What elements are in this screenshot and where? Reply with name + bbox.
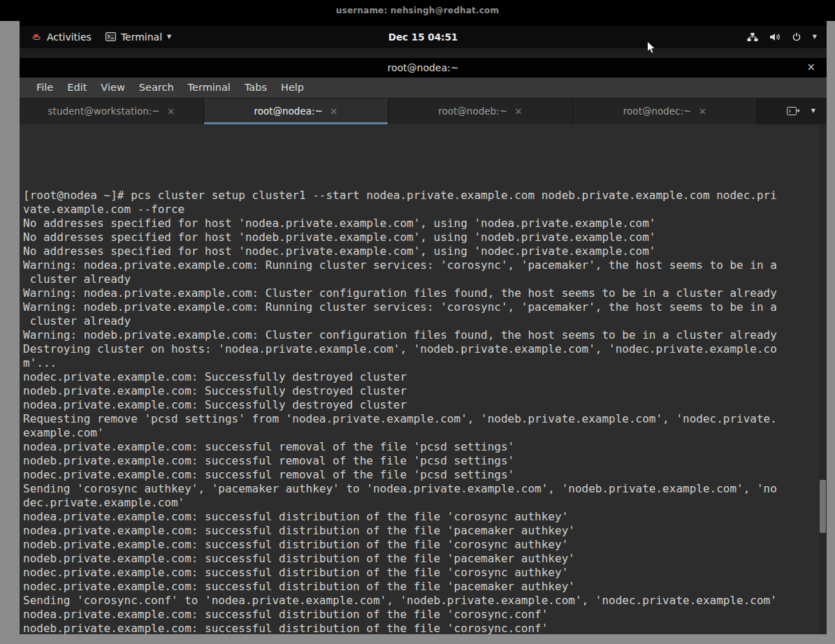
tab-root-nodea[interactable]: root@nodea:~ × — [204, 98, 389, 124]
menu-help[interactable]: Help — [274, 82, 311, 93]
clock[interactable]: Dec 15 04:51 — [389, 31, 458, 43]
terminal-selected-line: Error: Errors have occurred, therefore p… — [23, 152, 827, 161]
window-titlebar[interactable]: root@nodea:~ × — [20, 58, 827, 78]
terminal-line: nodea.private.example.com: successful di… — [23, 608, 827, 622]
terminal-line: vate.example.com --force — [23, 203, 827, 217]
menu-tabs[interactable]: Tabs — [238, 82, 274, 93]
app-menu-label: Terminal — [121, 31, 162, 43]
activities-label: Activities — [47, 31, 92, 43]
vm-screen: Activities Terminal ▼ Dec 15 04:51 — [20, 21, 827, 634]
tab-strip: student@workstation:~ × root@nodea:~ × r… — [20, 98, 827, 124]
new-tab-icon[interactable] — [787, 106, 800, 116]
volume-icon[interactable] — [769, 32, 780, 42]
terminal-scrollbar-thumb[interactable] — [820, 480, 826, 533]
terminal-line: Warning: nodeb.private.example.com: Clus… — [23, 328, 827, 342]
gnome-top-bar: Activities Terminal ▼ Dec 15 04:51 — [20, 26, 827, 48]
terminal-line: nodec.private.example.com: successful di… — [23, 580, 827, 594]
menu-edit[interactable]: Edit — [60, 82, 94, 93]
terminal-line: nodea.private.example.com: successful di… — [23, 524, 827, 538]
tab-root-nodeb[interactable]: root@nodeb:~ × — [389, 98, 573, 124]
terminal-line: Warning: nodea.private.example.com: Runn… — [23, 258, 827, 272]
tab-close-icon[interactable]: × — [167, 106, 175, 116]
tab-student-workstation[interactable]: student@workstation:~ × — [20, 98, 204, 124]
network-icon[interactable] — [747, 32, 758, 42]
activities-button[interactable]: Activities — [31, 31, 92, 43]
tab-close-icon[interactable]: × — [330, 106, 338, 116]
terminal-line: nodeb.private.example.com: Successfully … — [23, 384, 827, 398]
terminal-line: No addresses specified for host 'nodec.p… — [23, 244, 827, 258]
tab-label: root@nodeb:~ — [438, 105, 507, 117]
terminal-line: Warning: nodea.private.example.com: Clus… — [23, 286, 827, 300]
terminal-line: example.com' — [23, 426, 827, 440]
power-icon[interactable] — [792, 32, 801, 42]
terminal-line: nodeb.private.example.com: successful di… — [23, 622, 827, 634]
terminal-line: nodea.private.example.com: Successfully … — [23, 398, 827, 412]
tab-root-nodec[interactable]: root@nodec:~ × — [573, 98, 757, 124]
terminal-lines: [root@nodea ~]# pcs cluster setup cluste… — [23, 189, 827, 634]
window-title: root@nodea:~ — [387, 62, 458, 73]
terminal-line: nodeb.private.example.com: successful di… — [23, 538, 827, 552]
terminal-line: cluster already — [23, 272, 827, 286]
system-menu-chevron-icon[interactable]: ▼ — [813, 34, 817, 40]
session-banner: username: nehsingh@redhat.com — [0, 0, 835, 21]
menu-search[interactable]: Search — [132, 82, 181, 93]
terminal-line: No addresses specified for host 'nodeb.p… — [23, 230, 827, 244]
menu-view[interactable]: View — [94, 82, 131, 93]
terminal-line: cluster already — [23, 314, 827, 328]
tab-close-icon[interactable]: × — [698, 106, 706, 116]
terminal-line: Destroying cluster on hosts: 'nodea.priv… — [23, 342, 827, 356]
terminal-line: [root@nodea ~]# pcs cluster setup cluste… — [23, 189, 827, 203]
app-menu-button[interactable]: Terminal ▼ — [106, 31, 171, 43]
terminal-line: m'... — [23, 356, 827, 370]
terminal-app-icon — [106, 32, 116, 41]
terminal-line: nodec.private.example.com: successful di… — [23, 566, 827, 580]
tab-list-chevron-icon[interactable]: ▼ — [811, 108, 815, 114]
menu-terminal[interactable]: Terminal — [181, 82, 238, 93]
screen-top-padding — [20, 21, 827, 26]
tab-label: student@workstation:~ — [48, 105, 160, 117]
terminal-line: nodeb.private.example.com: successful di… — [23, 552, 827, 566]
tab-label: root@nodec:~ — [623, 105, 692, 117]
terminal-line: Sending 'corosync authkey', 'pacemaker a… — [23, 482, 827, 496]
terminal-line: nodeb.private.example.com: successful re… — [23, 454, 827, 468]
mouse-pointer-icon — [646, 41, 657, 55]
terminal-line: nodea.private.example.com: successful di… — [23, 510, 827, 524]
terminal-line: Requesting remove 'pcsd settings' from '… — [23, 412, 827, 426]
menu-file[interactable]: File — [29, 82, 60, 93]
terminal-screen[interactable]: Error: Errors have occurred, therefore p… — [20, 124, 827, 634]
terminal-line: nodec.private.example.com: Successfully … — [23, 370, 827, 384]
terminal-scrollbar-track[interactable] — [819, 124, 827, 634]
terminal-line: Warning: nodeb.private.example.com: Runn… — [23, 300, 827, 314]
terminal-line: nodec.private.example.com: successful re… — [23, 468, 827, 482]
terminal-line: dec.private.example.com' — [23, 496, 827, 510]
tab-label: root@nodea:~ — [254, 105, 322, 117]
terminal-line: No addresses specified for host 'nodea.p… — [23, 217, 827, 230]
chevron-down-icon: ▼ — [167, 34, 171, 40]
desktop-background-strip — [20, 48, 827, 58]
menubar: File Edit View Search Terminal Tabs Help — [20, 78, 827, 98]
terminal-line: nodea.private.example.com: successful re… — [23, 440, 827, 454]
session-username-text: username: nehsingh@redhat.com — [336, 6, 499, 15]
window-close-icon[interactable]: × — [806, 62, 815, 73]
redhat-logo-icon — [31, 33, 42, 41]
terminal-line: Sending 'corosync.conf' to 'nodea.privat… — [23, 594, 827, 608]
tab-close-icon[interactable]: × — [514, 106, 523, 116]
